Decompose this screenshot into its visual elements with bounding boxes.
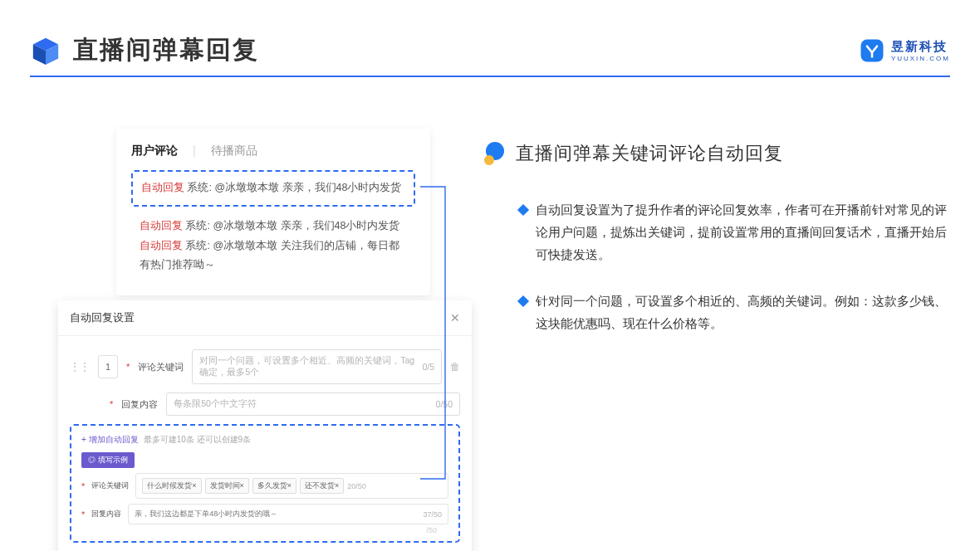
tag-chip[interactable]: 多久发货× [252,478,296,494]
bullet-item: 自动回复设置为了提升作者的评论回复效率，作者可在开播前针对常见的评论用户问题，提… [484,199,948,266]
header-divider [30,76,950,77]
highlighted-comment: 自动回复 系统: @冰墩墩本墩 亲亲，我们48小时内发货 [131,170,415,207]
slide-header: 直播间弹幕回复 昱新科技 YUUXIN.COM [30,33,950,77]
reply-placeholder: 每条限50个中文字符 [174,398,257,410]
comment-text: 系统: @冰墩墩本墩 亲亲，我们48小时内发货 [187,182,401,193]
tab-products[interactable]: 待播商品 [211,144,257,158]
close-icon[interactable]: ✕ [450,311,460,324]
tag-chip[interactable]: 什么时候发货× [142,478,201,494]
brand-name: 昱新科技 [891,39,950,55]
auto-reply-tag: 自动回复 [140,220,183,232]
settings-title: 自动回复设置 [70,310,135,325]
svg-rect-3 [860,39,883,61]
ex-reply-input[interactable]: 亲，我们这边都是下单48小时内发货的哦～ 37/50 [128,504,448,524]
faint-counter: /50 [426,526,437,534]
bullet-item: 针对同一个问题，可设置多个相近的、高频的关键词。例如：这款多少钱、这块能优惠吗、… [484,290,948,335]
cube-icon [30,35,61,66]
tag-chip[interactable]: 还不发货× [300,478,344,494]
required-star: * [110,399,113,409]
reply-input[interactable]: 每条限50个中文字符 0/50 [166,393,460,416]
right-content: 直播间弹幕关键词评论自动回复 自动回复设置为了提升作者的评论回复效率，作者可在开… [484,141,948,360]
required-star: * [126,362,130,372]
diamond-icon [517,295,529,307]
tab-user-comments[interactable]: 用户评论 [131,144,178,158]
auto-reply-tag: 自动回复 [141,182,184,193]
reply-counter: 0/50 [436,399,453,409]
brand-url: YUUXIN.COM [891,55,950,62]
ex-keyword-counter: 20/50 [347,482,366,490]
tab-separator: | [193,144,196,158]
auto-reply-tag: 自动回复 [140,240,183,251]
bullet-text: 自动回复设置为了提升作者的评论回复效率，作者可在开播前针对常见的评论用户问题，提… [536,199,948,266]
tabs: 用户评论 | 待播商品 [131,144,415,158]
comment-text: 系统: @冰墩墩本墩 亲亲，我们48小时内发货 [185,220,399,232]
comments-panel: 用户评论 | 待播商品 自动回复 系统: @冰墩墩本墩 亲亲，我们48小时内发货… [116,129,430,295]
bullet-text: 针对同一个问题，可设置多个相近的、高频的关键词。例如：这款多少钱、这块能优惠吗、… [536,290,948,335]
tag-chip[interactable]: 发货时间× [205,478,249,494]
example-badge: ◎ 填写示例 [81,452,135,468]
page-title: 直播间弹幕回复 [73,33,259,67]
ex-reply-counter: 37/50 [423,510,442,519]
auto-reply-settings-panel: 自动回复设置 ✕ ⋮⋮ 1 * 评论关键词 对同一个问题，可设置多个相近、高频的… [58,300,472,551]
bubble-icon [484,142,507,165]
trash-icon[interactable]: 🗑 [450,361,460,373]
required-star: * [81,510,85,519]
ex-reply-label: 回复内容 [91,509,121,519]
index-box: 1 [98,355,118,378]
ex-keyword-input[interactable]: 什么时候发货× 发货时间× 多久发货× 还不发货× 20/50 [135,473,448,499]
ex-reply-value: 亲，我们这边都是下单48小时内发货的哦～ [135,509,277,519]
add-auto-reply-link[interactable]: + 增加自动回复最多可建10条 还可以创建9条 [81,434,448,446]
reply-label: 回复内容 [121,398,158,411]
keyword-input[interactable]: 对同一个问题，可设置多个相近、高频的关键词，Tag确定，最多5个 0/5 [192,349,442,384]
keyword-label: 评论关键词 [138,361,184,373]
diamond-icon [517,204,529,216]
section-title: 直播间弹幕关键词评论自动回复 [516,141,783,166]
brand-logo: 昱新科技 YUUXIN.COM [860,38,950,63]
keyword-counter: 0/5 [422,362,434,372]
ex-keyword-label: 评论关键词 [91,480,129,491]
brand-icon [860,38,884,63]
keyword-placeholder: 对同一个问题，可设置多个相近、高频的关键词，Tag确定，最多5个 [199,355,422,378]
drag-handle-icon[interactable]: ⋮⋮ [70,361,90,373]
required-star: * [81,481,85,491]
example-highlight-box: + 增加自动回复最多可建10条 还可以创建9条 ◎ 填写示例 * 评论关键词 什… [70,424,460,543]
